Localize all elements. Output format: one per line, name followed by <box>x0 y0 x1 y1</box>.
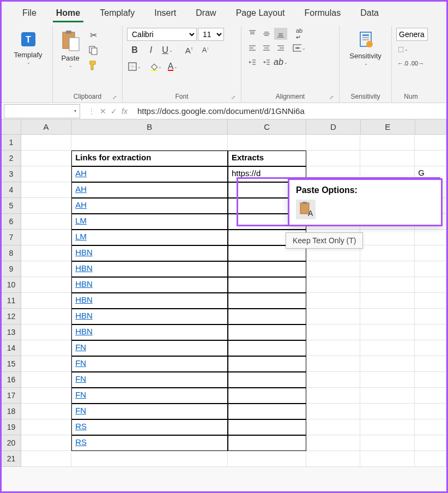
cell-D17[interactable] <box>306 388 361 404</box>
cell-B7[interactable]: LM <box>71 230 228 245</box>
cell-A20[interactable] <box>21 435 71 451</box>
col-header-c[interactable]: C <box>228 119 306 135</box>
cell-B12[interactable]: HBN <box>71 309 228 324</box>
cell-D13[interactable] <box>306 324 361 340</box>
cell-B14[interactable]: FN <box>71 340 228 356</box>
cell-A10[interactable] <box>21 277 71 293</box>
cell-F12[interactable] <box>415 309 446 324</box>
cell-D9[interactable] <box>306 261 361 277</box>
cell-A9[interactable] <box>21 261 71 277</box>
cell-A5[interactable] <box>21 198 71 214</box>
row-header-8[interactable]: 8 <box>2 245 21 261</box>
link[interactable]: HBN <box>75 295 93 304</box>
link[interactable]: LM <box>75 232 87 241</box>
italic-button[interactable]: I <box>143 43 159 57</box>
enter-formula-button[interactable]: ✓ <box>111 107 117 116</box>
cell-E8[interactable] <box>360 245 415 261</box>
cell-B4[interactable]: AH <box>71 182 228 198</box>
dialog-launcher-icon[interactable]: ⤢ <box>112 94 117 100</box>
bold-button[interactable]: B <box>127 43 142 57</box>
cell-A7[interactable] <box>21 230 71 245</box>
cell-F7[interactable] <box>415 230 446 245</box>
cell-E20[interactable] <box>360 435 415 451</box>
dialog-launcher-icon[interactable]: ⤢ <box>231 94 235 100</box>
format-painter-button[interactable] <box>86 58 101 73</box>
cell-A16[interactable] <box>21 372 71 388</box>
cell-A4[interactable] <box>21 182 71 198</box>
cell-B17[interactable]: FN <box>71 388 228 404</box>
cell-B5[interactable]: AH <box>71 198 228 214</box>
cell-D21[interactable] <box>306 451 361 467</box>
cell-E11[interactable] <box>360 293 415 309</box>
cell-C12[interactable] <box>228 309 306 324</box>
templafy-button[interactable]: T Templafy ⌄ <box>10 28 45 67</box>
cell-B19[interactable]: RS <box>71 419 228 435</box>
orientation-button[interactable]: ab⌄ <box>274 56 287 68</box>
cell-F9[interactable] <box>415 261 446 277</box>
link[interactable]: HBN <box>75 327 93 336</box>
row-header-10[interactable]: 10 <box>2 277 21 293</box>
cell-E10[interactable] <box>360 277 415 293</box>
cell-A2[interactable] <box>21 151 71 166</box>
cell-F10[interactable] <box>415 277 446 293</box>
cell-C18[interactable] <box>228 404 306 419</box>
increase-decimal-button[interactable]: ←.0 <box>396 57 409 69</box>
link[interactable]: AH <box>75 200 87 209</box>
cell-C21[interactable] <box>228 451 306 467</box>
cut-button[interactable]: ✂ <box>86 28 101 42</box>
cell-D1[interactable] <box>306 135 361 151</box>
cell-A1[interactable] <box>21 135 71 151</box>
tab-page-layout[interactable]: Page Layout <box>226 4 295 22</box>
row-header-17[interactable]: 17 <box>2 388 21 404</box>
borders-button[interactable]: ⌄ <box>127 59 142 74</box>
align-left-button[interactable] <box>246 42 259 54</box>
cell-E7[interactable] <box>360 230 415 245</box>
cell-D18[interactable] <box>306 404 361 419</box>
link[interactable]: FN <box>75 390 86 399</box>
cell-F21[interactable] <box>415 451 446 467</box>
link[interactable]: FN <box>75 342 86 352</box>
cell-D10[interactable] <box>306 277 361 293</box>
align-middle-button[interactable] <box>260 28 273 40</box>
col-header-f[interactable] <box>415 119 447 135</box>
cell-B21[interactable] <box>71 451 228 467</box>
cell-E9[interactable] <box>360 261 415 277</box>
cell-A17[interactable] <box>21 388 71 404</box>
link[interactable]: HBN <box>75 311 93 320</box>
cell-B1[interactable] <box>71 135 228 151</box>
cell-A11[interactable] <box>21 293 71 309</box>
cell-C1[interactable] <box>228 135 306 151</box>
row-header-12[interactable]: 12 <box>2 309 21 324</box>
cell-B2[interactable]: Links for extraction <box>71 151 228 166</box>
row-header-21[interactable]: 21 <box>2 451 21 467</box>
cell-E13[interactable] <box>360 324 415 340</box>
col-header-d[interactable]: D <box>306 119 361 135</box>
cell-F14[interactable] <box>415 340 446 356</box>
cell-B11[interactable]: HBN <box>71 293 228 309</box>
row-header-13[interactable]: 13 <box>2 324 21 340</box>
copy-button[interactable] <box>86 43 101 57</box>
tab-templafy[interactable]: Templafy <box>90 4 144 22</box>
cell-A21[interactable] <box>21 451 71 467</box>
row-header-16[interactable]: 16 <box>2 372 21 388</box>
cell-E2[interactable] <box>360 151 415 166</box>
row-header-1[interactable]: 1 <box>2 135 21 151</box>
link[interactable]: HBN <box>75 248 93 257</box>
cell-D2[interactable] <box>306 151 361 166</box>
cell-B13[interactable]: HBN <box>71 324 228 340</box>
cell-D12[interactable] <box>306 309 361 324</box>
row-header-4[interactable]: 4 <box>2 182 21 198</box>
fill-color-button[interactable]: ◇⌄ <box>149 59 164 74</box>
cell-E1[interactable] <box>360 135 415 151</box>
row-header-7[interactable]: 7 <box>2 230 21 245</box>
merge-button[interactable]: ⌄ <box>293 42 306 54</box>
tab-draw[interactable]: Draw <box>186 4 226 22</box>
cell-B10[interactable]: HBN <box>71 277 228 293</box>
cell-B15[interactable]: FN <box>71 356 228 372</box>
cell-C10[interactable] <box>228 277 306 293</box>
cell-D15[interactable] <box>306 356 361 372</box>
cell-E17[interactable] <box>360 388 415 404</box>
decrease-decimal-button[interactable]: .00→ <box>410 57 423 69</box>
font-size-select[interactable]: 11 <box>198 28 224 41</box>
cell-C14[interactable] <box>228 340 306 356</box>
